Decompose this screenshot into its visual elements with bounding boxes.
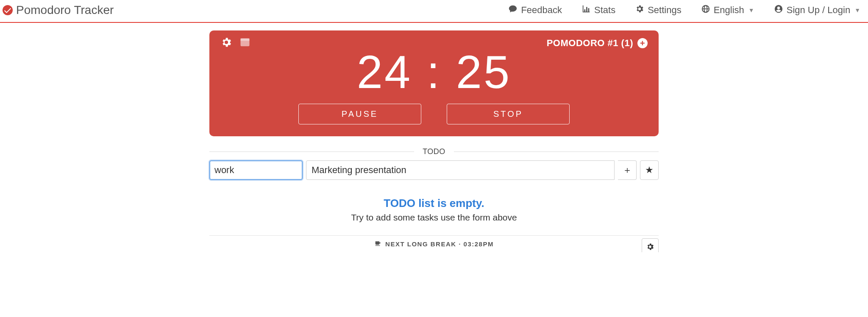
todo-heading: TODO — [414, 147, 454, 156]
nav-settings-label: Settings — [648, 5, 682, 16]
nav-feedback-label: Feedback — [521, 5, 562, 16]
globe-icon — [701, 4, 710, 16]
compact-view-button[interactable] — [239, 36, 251, 50]
coffee-icon — [374, 240, 381, 248]
timer-settings-button[interactable] — [220, 36, 232, 50]
nav-stats-label: Stats — [594, 5, 615, 16]
brand-logo-icon — [3, 5, 13, 15]
empty-subtitle: Try to add some tasks use the form above — [209, 212, 659, 223]
nav-settings[interactable]: Settings — [635, 4, 682, 16]
timer-card: POMODORO #1 (1) + 24 : 25 PAUSE STOP — [209, 30, 659, 136]
pomodoro-counter: POMODORO #1 (1) + — [547, 38, 648, 49]
chart-icon — [581, 4, 591, 16]
main-container: POMODORO #1 (1) + 24 : 25 PAUSE STOP TOD… — [209, 30, 659, 252]
plus-icon: ＋ — [623, 164, 632, 176]
navbar: Pomodoro Tracker Feedback Stats Settings… — [0, 0, 868, 23]
next-break-info: NEXT LONG BREAK · 03:28PM — [374, 240, 494, 248]
nav-feedback[interactable]: Feedback — [508, 4, 562, 16]
chevron-down-icon: ▼ — [854, 7, 860, 14]
category-input[interactable] — [209, 160, 303, 180]
chevron-down-icon: ▼ — [748, 7, 754, 14]
empty-state: TODO list is empty. Try to add some task… — [209, 197, 659, 223]
gear-icon — [635, 4, 644, 16]
star-icon: ★ — [645, 165, 654, 176]
nav-stats[interactable]: Stats — [581, 4, 615, 16]
todo-heading-divider: TODO — [209, 147, 659, 156]
svg-rect-2 — [241, 39, 250, 41]
chat-icon — [508, 4, 517, 16]
nav-language[interactable]: English ▼ — [701, 4, 754, 16]
pomodoro-label: POMODORO #1 (1) — [547, 38, 633, 49]
add-pomodoro-button[interactable]: + — [637, 38, 648, 48]
favorite-task-button[interactable]: ★ — [640, 160, 659, 180]
list-settings-button[interactable] — [642, 238, 659, 252]
timer-controls: PAUSE STOP — [220, 104, 648, 124]
user-icon — [774, 4, 783, 16]
task-input-row: ＋ ★ — [209, 160, 659, 180]
brand[interactable]: Pomodoro Tracker — [3, 3, 114, 17]
task-input[interactable] — [306, 160, 615, 180]
nav-auth-label: Sign Up / Login — [787, 5, 850, 16]
next-break-text: NEXT LONG BREAK · 03:28PM — [385, 240, 494, 248]
brand-title: Pomodoro Tracker — [16, 3, 114, 17]
empty-title: TODO list is empty. — [209, 197, 659, 210]
timer-display: 24 : 25 — [220, 45, 648, 99]
nav-language-label: English — [714, 5, 744, 16]
nav-right: Feedback Stats Settings English ▼ Sign U… — [508, 4, 864, 16]
add-task-button[interactable]: ＋ — [618, 160, 637, 180]
stop-button[interactable]: STOP — [447, 104, 570, 124]
pause-button[interactable]: PAUSE — [298, 104, 421, 124]
footer-strip: NEXT LONG BREAK · 03:28PM — [209, 235, 659, 252]
nav-auth[interactable]: Sign Up / Login ▼ — [774, 4, 860, 16]
